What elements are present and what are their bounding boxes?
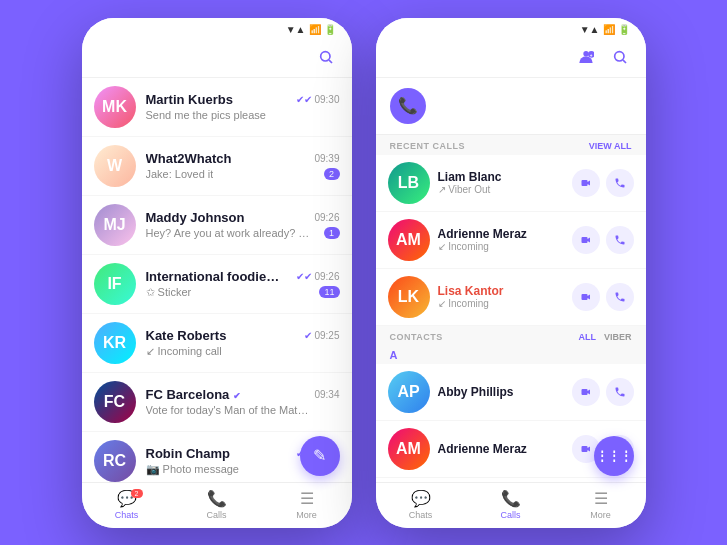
chat-time: ✔✔ 09:30 <box>296 94 339 105</box>
chat-name-row: Maddy Johnson 09:26 <box>146 210 340 225</box>
battery-icon: 🔋 <box>324 24 336 35</box>
phone2-wrapper: ▼▲ 📶 🔋 + <box>376 18 646 528</box>
more-label-2: More <box>590 510 611 520</box>
audio-call-btn[interactable] <box>606 169 634 197</box>
search-icon-1[interactable] <box>314 45 338 69</box>
chat-name: International foodies 🍜 <box>146 269 286 284</box>
badge: 2 <box>324 168 340 180</box>
chat-item[interactable]: IF International foodies 🍜 ✔✔ 09:26 ✩ St… <box>82 255 352 314</box>
contact-item[interactable]: AP Abby Phillips <box>376 364 646 421</box>
more-icon-1: ☰ <box>300 489 314 508</box>
svg-point-5 <box>614 51 623 60</box>
call-type: ↗ Viber Out <box>438 184 572 195</box>
video-call-btn[interactable] <box>572 283 600 311</box>
calls-label-1: Calls <box>206 510 226 520</box>
audio-call-btn[interactable] <box>606 226 634 254</box>
chat-name: What2Whatch <box>146 151 232 166</box>
chat-preview: Send me the pics please <box>146 109 266 121</box>
svg-line-6 <box>623 60 626 63</box>
signal-icon: ▼▲ <box>286 24 306 35</box>
contact-info: Abby Phillips <box>438 385 572 399</box>
chat-item[interactable]: MJ Maddy Johnson 09:26 Hey? Are you at w… <box>82 196 352 255</box>
nav-calls-2[interactable]: 📞 Calls <box>466 489 556 520</box>
avatar: AM <box>388 428 430 470</box>
chat-time: 09:34 <box>314 389 339 400</box>
app-header-2: + <box>376 39 646 78</box>
chat-preview: ✩ Sticker <box>146 286 192 299</box>
contact-audio-btn[interactable] <box>606 378 634 406</box>
chat-item[interactable]: MK Martin Kuerbs ✔✔ 09:30 Send me the pi… <box>82 78 352 137</box>
nav-chats-2[interactable]: 💬 Chats <box>376 489 466 520</box>
calls-label-2: Calls <box>500 510 520 520</box>
calls-fab[interactable]: ⋮⋮⋮ <box>594 436 634 476</box>
call-info: Lisa Kantor ↙ Incoming <box>438 284 572 309</box>
tick: ✔ <box>304 330 312 341</box>
chats-badge-1: 2 <box>131 489 143 498</box>
filter-all[interactable]: ALL <box>578 332 596 342</box>
chat-item[interactable]: W What2Whatch 09:39 Jake: Loved it 2 <box>82 137 352 196</box>
call-actions <box>572 283 634 311</box>
filter-viber[interactable]: VIBER <box>604 332 632 342</box>
nav-more-1[interactable]: ☰ More <box>262 489 352 520</box>
chat-name-row: Martin Kuerbs ✔✔ 09:30 <box>146 92 340 107</box>
header-icons-2: + <box>574 45 632 69</box>
call-name: Adrienne Meraz <box>438 227 572 241</box>
call-item[interactable]: LK Lisa Kantor ↙ Incoming <box>376 269 646 326</box>
chat-time: 09:26 <box>314 212 339 223</box>
video-call-btn[interactable] <box>572 169 600 197</box>
avatar: AP <box>388 371 430 413</box>
nav-calls-1[interactable]: 📞 Calls <box>172 489 262 520</box>
chat-time: 09:39 <box>314 153 339 164</box>
more-label-1: More <box>296 510 317 520</box>
chats-icon-2: 💬 <box>411 489 431 508</box>
more-icon-2: ☰ <box>594 489 608 508</box>
status-icons-2: ▼▲ 📶 🔋 <box>580 24 630 35</box>
chat-item[interactable]: KR Kate Roberts ✔ 09:25 ↙ Incoming call <box>82 314 352 373</box>
avatar: AM <box>388 219 430 261</box>
chat-info: Martin Kuerbs ✔✔ 09:30 Send me the pics … <box>146 92 340 121</box>
calls-icon-1: 📞 <box>207 489 227 508</box>
call-item[interactable]: AM Adrienne Meraz ↙ Incoming <box>376 212 646 269</box>
compose-fab[interactable]: ✎ <box>300 436 340 476</box>
call-type: ↙ Incoming <box>438 298 572 309</box>
chats-label-1: Chats <box>115 510 139 520</box>
avatar: MJ <box>94 204 136 246</box>
call-item[interactable]: LB Liam Blanc ↗ Viber Out <box>376 155 646 212</box>
chat-name: Kate Roberts <box>146 328 227 343</box>
nav-chats-1[interactable]: 💬 Chats 2 <box>82 489 172 520</box>
chat-name-row: What2Whatch 09:39 <box>146 151 340 166</box>
chat-list: MK Martin Kuerbs ✔✔ 09:30 Send me the pi… <box>82 78 352 482</box>
chat-info: What2Whatch 09:39 Jake: Loved it 2 <box>146 151 340 180</box>
viber-out-banner[interactable]: 📞 <box>376 78 646 135</box>
chat-info: Maddy Johnson 09:26 Hey? Are you at work… <box>146 210 340 239</box>
person-icon[interactable]: + <box>574 45 598 69</box>
bottom-nav-2: 💬 Chats 📞 Calls ☰ More <box>376 482 646 528</box>
app-header-1 <box>82 39 352 78</box>
video-call-btn[interactable] <box>572 226 600 254</box>
badge: 1 <box>324 227 340 239</box>
search-icon-2[interactable] <box>608 45 632 69</box>
header-icons-1 <box>314 45 338 69</box>
chat-item[interactable]: FC FC Barcelona ✔ 09:34 Vote for today's… <box>82 373 352 432</box>
contact-name: Adrienne Meraz <box>438 442 572 456</box>
chat-preview: Vote for today's Man of the Match 🏆 <box>146 404 311 417</box>
contact-info: Adrienne Meraz <box>438 442 572 456</box>
recent-calls-label: RECENT CALLS <box>390 141 466 151</box>
chat-preview: 📷 Photo message <box>146 463 240 476</box>
contact-video-btn[interactable] <box>572 378 600 406</box>
audio-call-btn[interactable] <box>606 283 634 311</box>
call-actions <box>572 226 634 254</box>
contact-letter-a: A <box>376 346 646 364</box>
avatar: RC <box>94 440 136 482</box>
chat-time: ✔ 09:25 <box>304 330 339 341</box>
viber-out-icon: 📞 <box>390 88 426 124</box>
chat-name: Robin Champ <box>146 446 231 461</box>
bottom-nav-1: 💬 Chats 2 📞 Calls ☰ More <box>82 482 352 528</box>
svg-text:+: + <box>589 52 592 57</box>
call-name: Liam Blanc <box>438 170 572 184</box>
svg-point-2 <box>583 51 588 56</box>
nav-more-2[interactable]: ☰ More <box>556 489 646 520</box>
view-all-btn[interactable]: VIEW ALL <box>589 141 632 151</box>
calls-content: RECENT CALLS VIEW ALL LB Liam Blanc ↗ Vi… <box>376 135 646 482</box>
avatar: MK <box>94 86 136 128</box>
